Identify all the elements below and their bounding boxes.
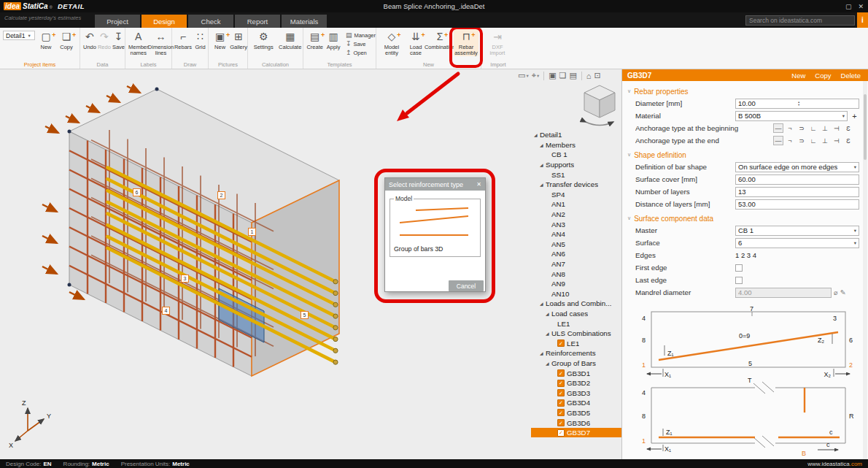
rebars-button[interactable]: ⌐Rebars: [175, 29, 191, 50]
section-rebar-properties[interactable]: ∨Rebar properties: [622, 85, 868, 97]
tree-item-group-of-bars[interactable]: ◢Group of Bars: [531, 358, 621, 369]
tree-item-supports[interactable]: ◢Supports: [531, 160, 621, 170]
gallery-button[interactable]: ⊞Gallery: [230, 29, 247, 50]
tree-item-an1[interactable]: AN1: [531, 199, 621, 210]
copy-project-item-button[interactable]: ❏+Copy: [57, 29, 76, 50]
tree-item-an10[interactable]: AN10: [531, 289, 621, 299]
tree-item-an5[interactable]: AN5: [531, 239, 621, 250]
anchorage-transverse-bar-icon[interactable]: ⊥: [820, 136, 830, 145]
tree-item-an6[interactable]: AN6: [531, 249, 621, 259]
tree-item-an9[interactable]: AN9: [531, 279, 621, 289]
checkbox-checked-icon[interactable]: ✓: [557, 429, 565, 437]
tab-materials[interactable]: Materials: [282, 15, 327, 28]
apply-template-button[interactable]: ▥Apply: [325, 29, 341, 50]
tree-item-gb3d2[interactable]: ✓GB3D2: [531, 378, 621, 388]
anchorage-plate-icon[interactable]: Ɛ: [843, 136, 853, 145]
grid-button[interactable]: ∷Grid: [193, 29, 208, 50]
copy-rebar-button[interactable]: Copy: [815, 72, 831, 80]
add-material-button[interactable]: +: [850, 111, 859, 120]
anchorage-hook-icon[interactable]: ¬: [785, 123, 795, 133]
save-template-button[interactable]: ↧Save: [346, 40, 376, 47]
section-shape-definition[interactable]: ∨Shape definition: [622, 149, 868, 161]
anchorage-end-bar-icon[interactable]: ⊣: [832, 123, 842, 133]
select-tool-button[interactable]: ▭▾: [518, 71, 529, 80]
tab-design[interactable]: Design: [142, 15, 187, 28]
rebar-assembly-button[interactable]: ⊓+Rebar assembly: [454, 29, 478, 56]
first-edge-checkbox[interactable]: [735, 264, 743, 272]
navigation-cube[interactable]: [580, 83, 619, 129]
open-template-button[interactable]: ↥Open: [346, 49, 376, 56]
clipping-tool-button[interactable]: ⌖▾: [532, 71, 539, 80]
checkbox-checked-icon[interactable]: ✓: [557, 369, 565, 377]
edit-pencil-icon[interactable]: ✎: [840, 288, 846, 296]
search-input[interactable]: [745, 15, 855, 26]
anchorage-plate-icon[interactable]: Ɛ: [843, 123, 853, 133]
tree-item-an7[interactable]: AN7: [531, 259, 621, 269]
tree-item-sp4[interactable]: SP4: [531, 190, 621, 200]
tree-item-an2[interactable]: AN2: [531, 210, 621, 220]
tree-item-gb3d6[interactable]: ✓GB3D6: [531, 418, 621, 428]
member-names-button[interactable]: AMember names: [128, 29, 149, 56]
section-surface-component-data[interactable]: ∨Surface component data: [622, 212, 868, 224]
anchorage-begin-selector[interactable]: — ¬ ⊃ ∟ ⊥ ⊣ Ɛ: [773, 123, 853, 133]
template-manager-button[interactable]: ▤Manager: [346, 31, 376, 39]
checkbox-checked-icon[interactable]: ✓: [557, 389, 565, 396]
tree-item-transfer-devices[interactable]: ◢Transfer devices: [531, 180, 621, 190]
anchorage-u-bend-icon[interactable]: ⊃: [797, 136, 807, 145]
anchorage-straight-icon[interactable]: —: [773, 136, 783, 145]
new-rebar-button[interactable]: New: [791, 72, 805, 80]
maximize-button[interactable]: ▢: [845, 3, 852, 10]
save-button[interactable]: ↧Save: [112, 29, 125, 50]
group-of-bars-3d-option[interactable]: Group of bars 3D: [394, 204, 476, 253]
tree-item-members[interactable]: ◢Members: [531, 140, 621, 150]
last-edge-checkbox[interactable]: [735, 277, 743, 284]
anchorage-straight-icon[interactable]: —: [773, 123, 783, 133]
checkbox-checked-icon[interactable]: ✓: [557, 399, 565, 407]
checkbox-checked-icon[interactable]: ✓: [557, 419, 565, 426]
tree-item-gb3d4[interactable]: ✓GB3D4: [531, 398, 621, 408]
layers-button[interactable]: ❏: [559, 71, 567, 80]
tree-item-load-cases[interactable]: ◢Load cases: [531, 309, 621, 319]
checkbox-checked-icon[interactable]: ✓: [557, 380, 565, 387]
tree-item-gb3d7[interactable]: ✓GB3D7: [531, 428, 621, 438]
new-picture-button[interactable]: ▣+New: [212, 29, 228, 50]
website-link[interactable]: www.ideastatica.com: [807, 461, 862, 467]
undo-button[interactable]: ↶Undo: [83, 29, 96, 50]
anchorage-hook-icon[interactable]: ¬: [785, 136, 795, 145]
anchorage-bend-icon[interactable]: ∟: [808, 123, 818, 133]
anchorage-end-selector[interactable]: — ¬ ⊃ ∟ ⊥ ⊣ Ɛ: [773, 136, 853, 145]
tree-item-le1[interactable]: LE1: [531, 318, 621, 329]
tree-item-uls-combinations[interactable]: ◢ULS Combinations: [531, 329, 621, 339]
info-button[interactable]: i: [857, 12, 868, 28]
bar-shape-select[interactable]: On surface edge on more edges▾: [735, 162, 859, 172]
number-of-layers-input[interactable]: 13: [735, 187, 859, 197]
tree-item-an3[interactable]: AN3: [531, 219, 621, 229]
surface-select[interactable]: 6▾: [735, 238, 859, 248]
calculate-button[interactable]: ▦Calculate: [278, 29, 303, 50]
tree-item-an4[interactable]: AN4: [531, 229, 621, 239]
tree-item-reinforcements[interactable]: ◢Reinforcements: [531, 348, 621, 358]
camera-button[interactable]: ▤: [569, 71, 576, 80]
home-view-button[interactable]: ⌂: [586, 72, 592, 80]
anchorage-bend-icon[interactable]: ∟: [808, 136, 818, 145]
settings-button[interactable]: ⚙Settings: [251, 29, 276, 50]
diameter-input[interactable]: 10.00▴▾: [735, 99, 859, 109]
tree-item-detail1[interactable]: ◢Detail1: [531, 130, 621, 140]
model-3d-view[interactable]: Z Y X: [0, 69, 621, 460]
anchorage-end-bar-icon[interactable]: ⊣: [832, 136, 842, 145]
dimension-lines-button[interactable]: ↔Dimension lines: [150, 29, 172, 56]
dialog-close-icon[interactable]: ✕: [476, 181, 481, 188]
tree-item-loads-and-combinations[interactable]: ◢Loads and Combin...: [531, 299, 621, 309]
detail-selector[interactable]: Detail1▾: [3, 31, 35, 40]
properties-scrollbar[interactable]: [863, 81, 867, 459]
distance-of-layers-input[interactable]: 53.00: [735, 199, 859, 210]
close-button[interactable]: ✕: [858, 3, 864, 10]
delete-rebar-button[interactable]: Delete: [841, 72, 861, 80]
tree-item-le1-combination[interactable]: ✓LE1: [531, 338, 621, 348]
zoom-fit-button[interactable]: ⊡: [594, 71, 600, 80]
spinner-icon[interactable]: ▴▾: [798, 101, 856, 107]
tree-item-an8[interactable]: AN8: [531, 269, 621, 279]
tree-item-gb3d1[interactable]: ✓GB3D1: [531, 368, 621, 378]
tab-report[interactable]: Report: [235, 15, 280, 28]
material-select[interactable]: B 500B▾: [735, 111, 848, 121]
